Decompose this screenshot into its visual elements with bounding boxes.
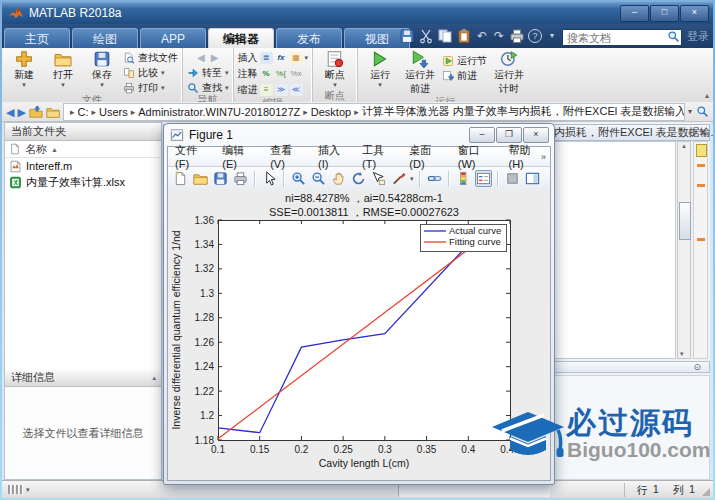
dropdown-arrow-icon[interactable]: ▾ [305,54,309,62]
show-plot-tools-icon[interactable] [524,170,541,187]
editor-doc-close-icon[interactable]: × [700,127,706,138]
paste-icon[interactable] [456,28,472,44]
code-analyzer-indicator[interactable] [696,144,707,157]
run-time-button[interactable]: 运行并 计时 [490,50,528,96]
editor-vertical-scrollbar[interactable]: ▴ ▾ [677,141,691,359]
advance-button[interactable]: 前进 [442,69,487,82]
menu-file[interactable]: 文件(F) [168,143,215,170]
print-icon[interactable] [509,28,525,44]
new-figure-icon[interactable] [172,170,189,187]
menu-tools[interactable]: 工具(T) [355,143,402,170]
brush-icon[interactable] [390,170,407,187]
file-row-xlsx[interactable]: 内量子效率计算.xlsx [5,174,161,190]
figure-close-button[interactable]: × [523,127,549,143]
scroll-down-icon[interactable]: ▾ [680,350,684,358]
tab-publish[interactable]: 发布 [276,28,342,48]
edit-plot-cursor-icon[interactable] [261,170,278,187]
grip-dropdown-icon[interactable]: ▾ [26,486,30,494]
figure-restore-button[interactable]: ❐ [496,127,522,143]
scrollbar-thumb[interactable] [679,202,691,240]
indent-right-icon[interactable]: ≫ [275,84,288,96]
menu-view[interactable]: 查看(V) [263,143,311,170]
indent-smart-icon[interactable]: ≡ [260,84,273,96]
quick-toolbar-dropdown-icon[interactable]: ▾ [545,28,559,44]
sign-in-link[interactable]: 登录 [687,29,709,44]
analyzer-warning-marker[interactable] [697,184,705,187]
nav-forward-icon[interactable]: ▶ [17,105,25,119]
print-figure-icon[interactable] [232,170,249,187]
window-titlebar[interactable]: MATLAB R2018a – □ × [2,2,713,24]
maximize-button[interactable]: □ [650,5,679,22]
find-button[interactable]: 查找 ▾ [187,81,229,94]
insert-colorbar-icon[interactable] [455,170,472,187]
up-folder-icon[interactable] [29,105,43,119]
rotate3d-icon[interactable] [350,170,367,187]
zoom-out-icon[interactable] [310,170,327,187]
save-button[interactable]: 保存 ▾ [84,50,120,88]
browse-folder-icon[interactable] [46,105,60,119]
compare-button[interactable]: 比较 ▾ [123,66,178,79]
menu-window[interactable]: 窗口(W) [451,143,502,170]
breadcrumb[interactable]: ▸ C: ▸ Users ▸ Administrator.WIN7U-20180… [63,103,685,121]
cut-icon[interactable] [418,28,434,44]
insert-legend-icon[interactable] [475,170,492,187]
comment-icon[interactable]: % [260,68,273,80]
tab-plots[interactable]: 绘图 [72,28,138,48]
find-files-button[interactable]: 查找文件 [123,51,178,64]
data-cursor-icon[interactable] [370,170,387,187]
save-icon[interactable] [399,28,415,44]
minimize-button[interactable]: – [620,5,649,22]
zoom-in-icon[interactable] [290,170,307,187]
tab-editor[interactable]: 编辑器 [208,28,274,48]
menu-edit[interactable]: 编辑(E) [215,143,263,170]
breakpoints-button[interactable]: 断点 ▾ [317,50,353,88]
ribbon-collapse-icon[interactable]: ▴ [705,91,709,100]
wrap-comment-icon[interactable]: %x [290,68,303,80]
analyzer-warning-marker[interactable] [697,164,705,167]
analyzer-warning-marker[interactable] [697,238,705,241]
figure-minimize-button[interactable]: – [469,127,495,143]
scroll-up-icon[interactable]: ▴ [682,142,686,149]
doc-search-input[interactable] [562,29,682,46]
save-figure-icon[interactable] [212,170,229,187]
open-button[interactable]: 打开 ▾ [45,50,81,88]
tab-home[interactable]: 主页 [4,28,70,48]
uncomment-icon[interactable]: %{ [275,68,288,80]
breadcrumb-dropdown-icon[interactable]: ▾ [688,107,692,116]
file-list-empty-area[interactable] [5,190,161,369]
figure-titlebar[interactable]: Figure 1 – ❐ × [164,124,554,145]
resize-grip[interactable] [702,488,710,496]
menu-desktop[interactable]: 桌面(D) [402,143,450,170]
nav-back-icon[interactable]: ◀ [6,105,14,119]
folder-search-icon[interactable] [696,105,709,118]
crumb-admin[interactable]: Administrator.WIN7U-20180127Z [138,106,300,118]
link-plot-icon[interactable] [426,170,443,187]
nav-back-forward[interactable]: ◀ ▶ [187,51,229,64]
menu-insert[interactable]: 插入(I) [311,143,355,170]
pan-icon[interactable] [330,170,347,187]
run-button[interactable]: 运行 ▾ [362,50,398,88]
close-button[interactable]: × [680,5,709,22]
current-folder-header[interactable]: 当前文件夹 [5,123,161,141]
comment-row[interactable]: 注释 % %{ %x [238,67,309,81]
help-icon[interactable]: ? [528,29,542,43]
crumb-project-folder[interactable]: 计算半导体激光器 内量子效率与内损耗，附件EXCEl 表是数据输入窗口 [362,104,685,119]
run-advance-button[interactable]: 运行并 前进 [401,50,439,96]
indent-left-icon[interactable]: ≪ [290,84,303,96]
insert-chart-icon[interactable]: ▦ [290,52,303,64]
insert-row[interactable]: 插入 ≣ fx ▦ ▾ [238,51,309,65]
copy-icon[interactable] [437,28,453,44]
insert-table-icon[interactable]: ≣ [260,52,273,64]
undo-icon[interactable]: ↶ [475,28,489,44]
forward-icon[interactable]: ▶ [211,52,219,63]
goto-button[interactable]: 转至 ▾ [187,66,229,79]
search-icon[interactable] [667,30,680,43]
back-icon[interactable]: ◀ [197,52,205,63]
insert-fx-icon[interactable]: fx [275,52,288,64]
pane-collapse-icon[interactable]: ⊙ [693,362,701,372]
new-button[interactable]: 新建 ▾ [6,50,42,88]
crumb-users[interactable]: Users [99,106,128,118]
menubar-overflow-icon[interactable]: » [541,152,546,162]
run-section-button[interactable]: 运行节 [442,54,487,67]
details-header[interactable]: 详细信息 ▴ [5,369,161,387]
